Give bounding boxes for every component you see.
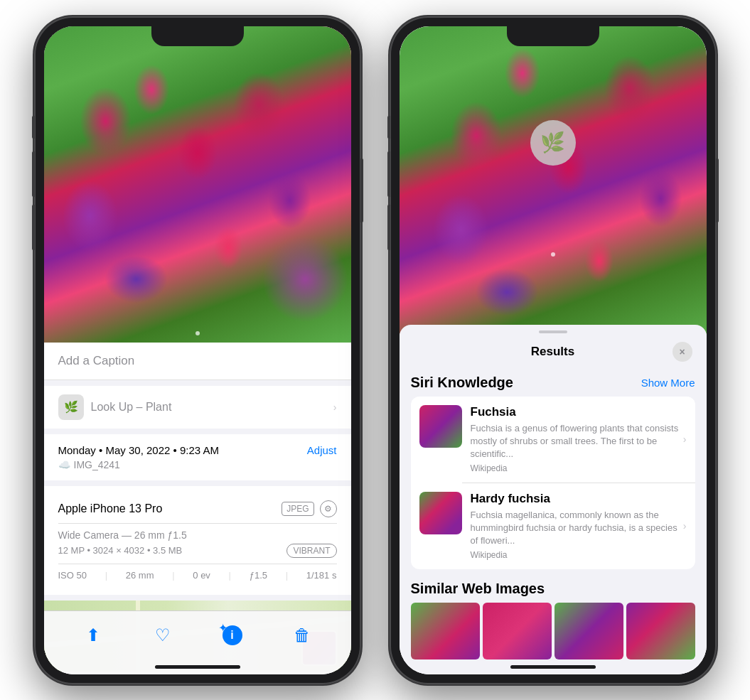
device-section: Apple iPhone 13 Pro JPEG ⚙ Wide Camera —…	[44, 486, 351, 595]
aperture-value: ƒ1.5	[250, 570, 267, 581]
siri-dot	[551, 252, 555, 257]
lookup-chevron: ›	[333, 402, 337, 413]
power-button	[360, 158, 363, 222]
info-button[interactable]: ✦ i	[217, 620, 248, 651]
close-button[interactable]: ×	[673, 342, 692, 362]
flower-image-2	[400, 26, 707, 339]
exif-row: ISO 50 | 26 mm | 0 ev | ƒ1.5 | 1/181 s	[58, 564, 337, 586]
photo-display[interactable]	[44, 26, 351, 343]
hardy-name: Hardy fuchsia	[471, 492, 687, 506]
home-indicator-1	[155, 665, 240, 669]
mute-switch-2	[387, 116, 390, 139]
leaf-icon: 🌿	[64, 400, 78, 414]
fuchsia-name: Fuchsia	[471, 405, 687, 419]
volume-up-button-2	[387, 151, 390, 197]
share-icon: ⬆	[86, 625, 100, 645]
trash-icon: 🗑	[294, 625, 311, 645]
filename-text: IMG_4241	[74, 459, 120, 470]
photos-app-screen: Add a Caption 🌿 Look Up – Plant › Monday…	[44, 26, 351, 674]
date-row: Monday • May 30, 2022 • 9:23 AM Adjust	[58, 444, 337, 456]
info-circle: i	[223, 625, 242, 645]
fuchsia-result-card[interactable]: Fuchsia Fuchsia is a genus of flowering …	[411, 397, 695, 483]
heart-icon: ♡	[155, 625, 171, 645]
hardy-content: Hardy fuchsia Fuchsia magellanica, commo…	[471, 492, 687, 561]
volume-down-button-2	[387, 205, 390, 250]
volume-up-button	[32, 151, 35, 197]
vibrant-badge: VIBRANT	[286, 544, 336, 558]
hardy-thumbnail	[419, 492, 462, 534]
notch-1	[151, 26, 244, 46]
lookup-type: Plant	[142, 401, 171, 413]
camera-details: Wide Camera — 26 mm ƒ1.5 12 MP • 3024 × …	[58, 524, 337, 564]
phone-screen-2: 🌿 Results × Siri Knowledge Show More	[400, 26, 707, 674]
results-title: Results	[434, 345, 673, 359]
leaf-siri-icon: 🌿	[540, 131, 565, 154]
results-panel: Results × Siri Knowledge Show More	[400, 325, 707, 674]
hardy-fuchsia-result-card[interactable]: Hardy fuchsia Fuchsia magellanica, commo…	[411, 483, 695, 569]
lookup-icon-bg: 🌿	[58, 394, 84, 420]
similar-images-section: Similar Web Images	[400, 574, 707, 664]
results-header: Results ×	[400, 333, 707, 367]
siri-bubble: 🌿	[530, 120, 576, 166]
adjust-button[interactable]: Adjust	[307, 444, 337, 456]
hardy-chevron: ›	[683, 520, 687, 532]
siri-results-screen: 🌿 Results × Siri Knowledge Show More	[400, 26, 707, 674]
iso-value: ISO 50	[58, 570, 87, 581]
hardy-description: Fuchsia magellanica, commonly known as t…	[471, 509, 687, 548]
shutter-value: 1/181 s	[306, 570, 337, 581]
show-more-button[interactable]: Show More	[641, 377, 695, 389]
siri-knowledge-section: Siri Knowledge Show More Fuchsia Fuchsia…	[400, 367, 707, 574]
camera-specs-row: 12 MP • 3024 × 4032 • 3.5 MB VIBRANT	[58, 544, 337, 558]
filename-row: ☁️ IMG_4241	[58, 459, 337, 470]
mute-switch	[32, 116, 35, 139]
knowledge-cards: Fuchsia Fuchsia is a genus of flowering …	[411, 397, 695, 570]
power-button-2	[716, 158, 719, 222]
similar-image-1[interactable]	[411, 603, 480, 659]
info-icon: i	[230, 629, 233, 642]
favorite-button[interactable]: ♡	[147, 620, 178, 651]
caption-placeholder[interactable]: Add a Caption	[58, 354, 135, 367]
fuchsia-chevron: ›	[683, 434, 687, 445]
notch-2	[507, 26, 599, 46]
device-badges: JPEG ⚙	[282, 500, 336, 517]
lookup-label: Look Up –	[91, 401, 143, 413]
page-indicator	[195, 331, 200, 335]
fuchsia-source: Wikipedia	[471, 463, 687, 473]
camera-specs: 12 MP • 3024 × 4032 • 3.5 MB	[58, 545, 183, 556]
fuchsia-thumbnail	[419, 405, 462, 448]
fuchsia-result-item: Fuchsia Fuchsia is a genus of flowering …	[419, 405, 687, 474]
ev-value: 0 ev	[193, 570, 210, 581]
siri-knowledge-header: Siri Knowledge Show More	[411, 375, 695, 391]
similar-images-title: Similar Web Images	[411, 581, 695, 597]
flower-image	[44, 26, 351, 343]
similar-image-3[interactable]	[555, 603, 623, 659]
similar-image-2[interactable]	[483, 603, 552, 659]
volume-down-button	[32, 205, 35, 250]
phone-2: 🌿 Results × Siri Knowledge Show More	[390, 16, 717, 684]
lookup-text: Look Up – Plant	[91, 401, 172, 414]
siri-knowledge-title: Siri Knowledge	[411, 375, 513, 391]
share-button[interactable]: ⬆	[77, 620, 109, 651]
hardy-source: Wikipedia	[471, 550, 687, 560]
camera-description: Wide Camera — 26 mm ƒ1.5	[58, 529, 337, 541]
hardy-fuchsia-result-item: Hardy fuchsia Fuchsia magellanica, commo…	[419, 492, 687, 561]
format-badge: JPEG	[282, 502, 314, 516]
delete-button[interactable]: 🗑	[286, 620, 318, 651]
cloud-icon: ☁️	[58, 459, 70, 470]
similar-image-4[interactable]	[626, 603, 695, 659]
focal-value: 26 mm	[126, 570, 154, 581]
phone-1: Add a Caption 🌿 Look Up – Plant › Monday…	[34, 16, 361, 684]
device-name: Apple iPhone 13 Pro	[58, 502, 163, 515]
caption-section: Add a Caption	[44, 343, 351, 380]
fuchsia-content: Fuchsia Fuchsia is a genus of flowering …	[471, 405, 687, 474]
lookup-row[interactable]: 🌿 Look Up – Plant ›	[44, 386, 351, 429]
device-row: Apple iPhone 13 Pro JPEG ⚙	[58, 495, 337, 524]
similar-images-grid	[411, 603, 695, 659]
camera-settings-icon[interactable]: ⚙	[320, 500, 337, 517]
photo-date: Monday • May 30, 2022 • 9:23 AM	[58, 444, 219, 456]
photo-display-2: 🌿	[400, 26, 707, 339]
phone-screen-1: Add a Caption 🌿 Look Up – Plant › Monday…	[44, 26, 351, 674]
fuchsia-description: Fuchsia is a genus of flowering plants t…	[471, 422, 687, 461]
home-indicator-2	[510, 665, 596, 669]
meta-section: Monday • May 30, 2022 • 9:23 AM Adjust ☁…	[44, 434, 351, 480]
